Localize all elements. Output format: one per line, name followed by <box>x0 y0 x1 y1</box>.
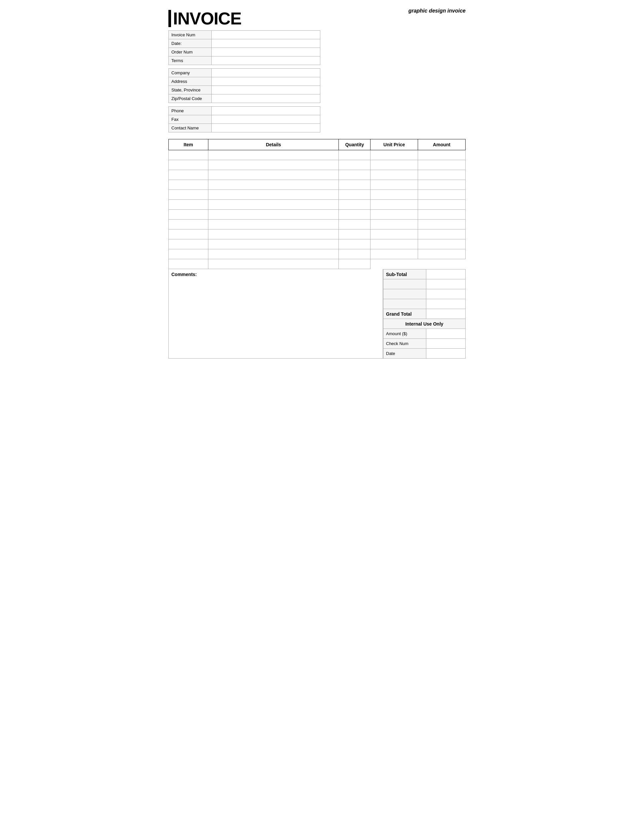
quantity-cell[interactable] <box>339 180 370 190</box>
details-cell[interactable] <box>208 170 339 180</box>
internal-row-label: Date <box>383 349 426 358</box>
details-cell[interactable] <box>208 249 339 259</box>
totals-extra-value[interactable] <box>426 279 465 289</box>
col-header-amount: Amount <box>418 139 466 150</box>
company-info-value[interactable] <box>211 77 320 86</box>
table-row <box>169 210 466 219</box>
amount-cell[interactable] <box>418 200 466 210</box>
contact-info-value[interactable] <box>211 115 320 124</box>
contact-info-label: Phone <box>169 107 212 115</box>
invoice-info-label: Order Num <box>169 48 212 57</box>
company-info-value[interactable] <box>211 95 320 103</box>
details-cell[interactable] <box>208 219 339 229</box>
internal-row-value[interactable] <box>426 329 465 339</box>
company-info-value[interactable] <box>211 86 320 95</box>
contact-info-value[interactable] <box>211 107 320 115</box>
details-cell[interactable] <box>208 229 339 239</box>
bottom-section: Comments: Sub-TotalGrand TotalInternal U… <box>168 269 466 358</box>
invoice-info-value[interactable] <box>211 39 320 48</box>
company-info-label: Address <box>169 77 212 86</box>
amount-cell[interactable] <box>418 249 466 259</box>
details-cell[interactable] <box>208 200 339 210</box>
amount-cell[interactable] <box>418 229 466 239</box>
item-cell[interactable] <box>169 229 209 239</box>
totals-extra-value[interactable] <box>426 299 465 309</box>
item-cell[interactable] <box>169 249 209 259</box>
table-row <box>169 200 466 210</box>
unit-price-cell[interactable] <box>370 249 418 259</box>
subtotal-value[interactable] <box>426 270 465 279</box>
item-cell[interactable] <box>169 210 209 219</box>
item-cell[interactable] <box>169 200 209 210</box>
unit-price-cell[interactable] <box>370 190 418 200</box>
table-row <box>169 190 466 200</box>
contact-info-value[interactable] <box>211 124 320 133</box>
amount-cell[interactable] <box>418 219 466 229</box>
quantity-cell[interactable] <box>339 249 370 259</box>
table-row <box>169 239 466 249</box>
invoice-info-value[interactable] <box>211 57 320 65</box>
quantity-cell[interactable] <box>339 170 370 180</box>
details-cell[interactable] <box>208 180 339 190</box>
quantity-cell[interactable] <box>339 200 370 210</box>
internal-use-row: Check Num <box>383 339 466 349</box>
table-row <box>169 219 466 229</box>
col-header-item: Item <box>169 139 209 150</box>
invoice-info-value[interactable] <box>211 48 320 57</box>
amount-cell[interactable] <box>418 170 466 180</box>
unit-price-cell[interactable] <box>370 170 418 180</box>
details-cell[interactable] <box>208 150 339 160</box>
quantity-cell[interactable] <box>339 150 370 160</box>
unit-price-cell[interactable] <box>370 239 418 249</box>
amount-cell[interactable] <box>418 210 466 219</box>
company-info-label: State, Province <box>169 86 212 95</box>
internal-row-value[interactable] <box>426 339 465 349</box>
company-info-row: State, Province <box>169 86 320 95</box>
internal-use-label: Internal Use Only <box>383 319 466 329</box>
table-row <box>169 180 466 190</box>
details-cell[interactable] <box>208 239 339 249</box>
unit-price-cell[interactable] <box>370 210 418 219</box>
company-info-value[interactable] <box>211 69 320 77</box>
invoice-title: INVOICE <box>168 10 241 27</box>
item-cell[interactable] <box>169 180 209 190</box>
quantity-cell[interactable] <box>339 239 370 249</box>
amount-cell[interactable] <box>418 239 466 249</box>
invoice-info-value[interactable] <box>211 31 320 39</box>
grand-total-row: Grand Total <box>383 309 466 319</box>
internal-use-row: Date <box>383 349 466 358</box>
unit-price-cell[interactable] <box>370 200 418 210</box>
details-cell[interactable] <box>208 190 339 200</box>
item-cell[interactable] <box>169 190 209 200</box>
totals-extra-row <box>383 299 466 309</box>
internal-row-value[interactable] <box>426 349 465 358</box>
totals-extra-value[interactable] <box>426 289 465 299</box>
amount-cell[interactable] <box>418 190 466 200</box>
details-cell[interactable] <box>208 210 339 219</box>
details-cell[interactable] <box>208 160 339 170</box>
unit-price-cell[interactable] <box>370 180 418 190</box>
quantity-cell[interactable] <box>339 229 370 239</box>
item-cell[interactable] <box>169 160 209 170</box>
item-cell[interactable] <box>169 170 209 180</box>
item-cell[interactable] <box>169 239 209 249</box>
unit-price-cell[interactable] <box>370 229 418 239</box>
internal-use-header-row: Internal Use Only <box>383 319 466 329</box>
amount-cell[interactable] <box>418 180 466 190</box>
item-cell[interactable] <box>169 219 209 229</box>
quantity-cell[interactable] <box>339 210 370 219</box>
quantity-cell[interactable] <box>339 190 370 200</box>
amount-cell[interactable] <box>418 150 466 160</box>
col-header-quantity: Quantity <box>339 139 370 150</box>
unit-price-cell[interactable] <box>370 160 418 170</box>
amount-cell[interactable] <box>418 160 466 170</box>
subtotal-row: Sub-Total <box>383 270 466 279</box>
unit-price-cell[interactable] <box>370 150 418 160</box>
invoice-info-row: Terms <box>169 57 320 65</box>
quantity-cell[interactable] <box>339 160 370 170</box>
quantity-cell[interactable] <box>339 219 370 229</box>
item-cell[interactable] <box>169 150 209 160</box>
grand-total-value[interactable] <box>426 309 465 319</box>
unit-price-cell[interactable] <box>370 219 418 229</box>
company-info-label: Zip/Postal Code <box>169 95 212 103</box>
